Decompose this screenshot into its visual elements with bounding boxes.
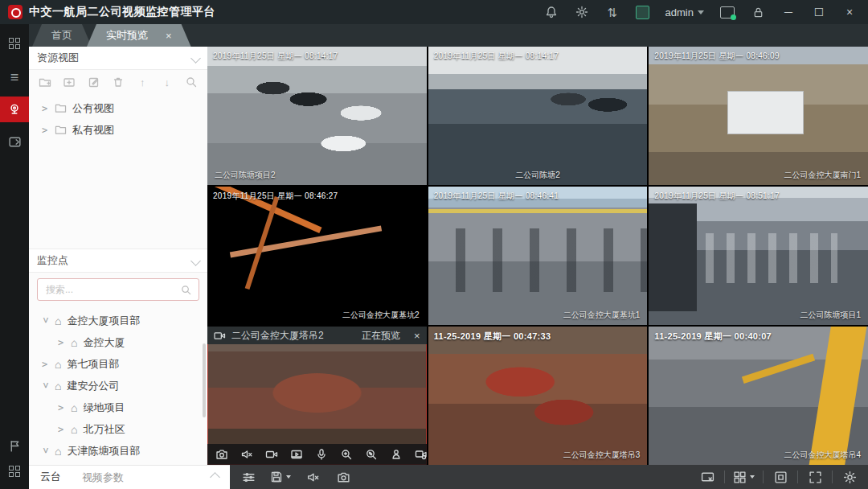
layout-grid-icon[interactable] bbox=[0, 458, 29, 484]
tree-label: 公有视图 bbox=[72, 101, 114, 116]
settings-gear-icon[interactable] bbox=[841, 468, 858, 486]
camera-tile-3[interactable]: 2019年11月25日 星期一 08:46:09 二公司金控大厦南门1 bbox=[649, 47, 868, 185]
close-icon[interactable]: × bbox=[414, 330, 420, 342]
module-icon[interactable] bbox=[636, 6, 649, 19]
camera-tile-9[interactable]: 11-25-2019 星期一 00:40:07 二公司金控大厦塔吊4 bbox=[649, 327, 868, 465]
monitor-points-header[interactable]: 监控点 bbox=[29, 249, 207, 273]
layout-select-icon[interactable] bbox=[733, 468, 755, 486]
camera-tile-8[interactable]: 11-25-2019 星期一 00:47:33 二公司金控大厦塔吊3 bbox=[428, 327, 648, 465]
live-view-icon[interactable] bbox=[0, 97, 29, 122]
tree-item-site[interactable]: > ⌂ 第七项目部 bbox=[29, 353, 207, 375]
monitor-tree: > ⌂ 金控大厦项目部 > ⌂ 金控大厦 > ⌂ bbox=[29, 306, 207, 465]
snapshot-all-icon[interactable] bbox=[334, 468, 352, 486]
add-group-icon[interactable] bbox=[39, 76, 51, 88]
tree-label: 第七项目部 bbox=[67, 357, 119, 372]
minimize-button[interactable]: ─ bbox=[781, 5, 796, 19]
tree-item-site[interactable]: > ⌂ 北万社区 bbox=[29, 418, 207, 440]
camera-icon bbox=[214, 331, 226, 341]
fullscreen-icon[interactable] bbox=[806, 468, 824, 486]
chevron-expanded-icon: > bbox=[40, 447, 51, 454]
playback-icon[interactable] bbox=[0, 129, 29, 154]
ptz-config-icon[interactable] bbox=[415, 448, 427, 462]
tree-item-private-views[interactable]: > 私有视图 bbox=[29, 119, 207, 141]
tab-live-preview[interactable]: 实时预览 × bbox=[87, 24, 191, 47]
search-icon[interactable] bbox=[185, 76, 198, 88]
tab-live-label: 实时预览 bbox=[106, 28, 148, 43]
camera-label: 二公司金控大厦塔吊4 bbox=[784, 450, 861, 461]
tree-label: 天津陈塘项目部 bbox=[67, 444, 140, 458]
tabbar: 首页 实时预览 × bbox=[29, 24, 868, 47]
scene-decoration bbox=[706, 233, 837, 283]
chevron-right-icon: > bbox=[58, 424, 65, 435]
tree-item-site[interactable]: > ⌂ 金控大厦项目部 bbox=[29, 310, 207, 331]
bottom-toolbar bbox=[230, 465, 868, 489]
user-menu[interactable]: admin bbox=[665, 6, 704, 18]
tab-close-icon[interactable]: × bbox=[166, 30, 172, 42]
single-screen-icon[interactable] bbox=[772, 468, 789, 486]
instant-playback-icon[interactable] bbox=[290, 448, 303, 462]
titlebar: 中交一航局二公司视频监控管理平台 ⇅ admin ─ ☐ × bbox=[0, 0, 868, 24]
record-icon[interactable] bbox=[265, 448, 278, 462]
close-all-icon[interactable] bbox=[698, 468, 716, 486]
zoom-3d-icon[interactable] bbox=[365, 448, 378, 462]
monitor-points-title: 监控点 bbox=[37, 253, 68, 268]
talk-mic-icon[interactable] bbox=[315, 448, 328, 462]
traffic-updown-icon[interactable]: ⇅ bbox=[605, 5, 620, 19]
apps-grid-icon[interactable] bbox=[0, 31, 29, 56]
home-icon: ⌂ bbox=[71, 337, 77, 348]
resource-view-title: 资源视图 bbox=[37, 51, 79, 65]
camera-timestamp: 2019年11月25日 星期一 08:46:27 bbox=[213, 191, 338, 202]
stream-list-icon[interactable] bbox=[240, 468, 257, 486]
tab-video-params-label: 视频参数 bbox=[82, 471, 124, 485]
gear-icon[interactable] bbox=[575, 5, 589, 19]
move-down-icon[interactable]: ↓ bbox=[161, 76, 174, 88]
left-rail: ≡ bbox=[0, 24, 29, 489]
tree-item-site[interactable]: > ⌂ 天津陈塘项目部 bbox=[29, 440, 207, 462]
capture-status-icon[interactable] bbox=[720, 6, 735, 18]
camera-tile-2[interactable]: 2019年11月25日 星期一 08:14:17 二公司陈塘2 bbox=[428, 47, 648, 185]
edit-icon[interactable] bbox=[88, 76, 100, 88]
tree-item-site[interactable]: > ⌂ 绿地项目 bbox=[29, 397, 207, 418]
save-view-icon[interactable] bbox=[270, 468, 291, 486]
separator bbox=[724, 471, 725, 483]
resource-view-header[interactable]: 资源视图 bbox=[29, 47, 207, 70]
audio-mute-icon[interactable] bbox=[304, 468, 321, 486]
bell-icon[interactable] bbox=[544, 5, 559, 19]
tree-label: 建安分公司 bbox=[67, 379, 119, 393]
zoom-in-icon[interactable] bbox=[340, 448, 353, 462]
collapse-icon[interactable] bbox=[210, 472, 220, 483]
preset-icon[interactable] bbox=[390, 448, 403, 462]
camera-tile-6[interactable]: 2019年11月25日 星期一 08:51:17 二公司陈塘项目1 bbox=[649, 187, 868, 325]
maximize-button[interactable]: ☐ bbox=[812, 5, 826, 19]
move-up-icon[interactable]: ↑ bbox=[136, 76, 149, 88]
camera-timestamp: 2019年11月25日 星期一 08:46:41 bbox=[434, 191, 559, 202]
search-input[interactable] bbox=[44, 283, 180, 296]
lock-icon[interactable] bbox=[751, 5, 765, 19]
camera-label: 二公司陈塘项目2 bbox=[215, 170, 276, 181]
tree-item-site[interactable]: > ⌂ 金控大厦 bbox=[29, 331, 207, 353]
camera-timestamp: 2019年11月25日 星期一 08:51:17 bbox=[654, 191, 779, 202]
menu-icon[interactable]: ≡ bbox=[0, 64, 29, 90]
delete-icon[interactable] bbox=[112, 76, 125, 88]
tree-item-public-views[interactable]: > 公有视图 bbox=[29, 97, 207, 119]
mute-icon[interactable] bbox=[240, 448, 253, 462]
left-panel: 资源视图 bbox=[29, 47, 207, 465]
camera-tile-1[interactable]: 2019年11月25日 星期一 08:14:17 二公司陈塘项目2 bbox=[207, 47, 427, 185]
add-view-icon[interactable] bbox=[63, 76, 76, 88]
camera-tile-5[interactable]: 2019年11月25日 星期一 08:46:41 二公司金控大厦基坑1 bbox=[428, 187, 648, 325]
tree-item-site[interactable]: > ⌂ 建安分公司 bbox=[29, 375, 207, 397]
tab-ptz[interactable]: 云台 bbox=[40, 465, 61, 489]
close-button[interactable]: × bbox=[842, 5, 857, 19]
scrollbar-thumb[interactable] bbox=[203, 343, 206, 417]
flag-icon[interactable] bbox=[0, 433, 29, 458]
tab-video-params[interactable]: 视频参数 bbox=[82, 466, 124, 489]
app-title: 中交一航局二公司视频监控管理平台 bbox=[29, 5, 215, 19]
search-icon[interactable] bbox=[180, 284, 192, 296]
scene-decoration bbox=[649, 203, 697, 311]
camera-tile-7-selected[interactable]: 二公司金控大厦塔吊2 正在预览 × bbox=[207, 327, 427, 465]
home-icon: ⌂ bbox=[55, 380, 61, 392]
scene-decoration bbox=[230, 226, 382, 258]
tab-home[interactable]: 首页 bbox=[32, 24, 92, 47]
snapshot-icon[interactable] bbox=[215, 448, 228, 462]
camera-tile-4[interactable]: 2019年11月25日 星期一 08:46:27 二公司金控大厦基坑2 bbox=[207, 187, 427, 325]
